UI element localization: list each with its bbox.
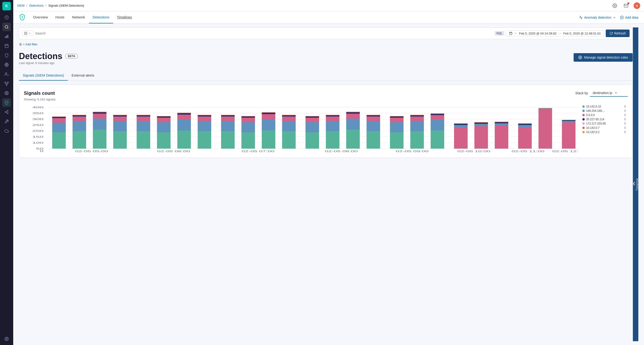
legend-color-dot [582, 131, 585, 133]
sidebar: K [0, 0, 13, 345]
chart-header: Signals count Stack by destination.ip [24, 90, 628, 97]
sidebar-icon-network[interactable] [2, 80, 11, 88]
sidebar-icon-cloud[interactable] [2, 127, 11, 135]
svg-rect-137 [390, 132, 404, 149]
breadcrumb-siem[interactable]: SIEM [17, 4, 24, 7]
tab-network[interactable]: Network [68, 11, 89, 24]
anomaly-detection-button[interactable]: Anomaly detection [579, 16, 616, 20]
mail-icon[interactable] [622, 2, 630, 10]
svg-rect-163 [495, 122, 508, 122]
svg-point-25 [7, 113, 8, 114]
svg-rect-96 [198, 115, 211, 115]
legend-item: 0.0.0.0 0 [582, 114, 626, 117]
settings-icon[interactable] [611, 2, 618, 10]
svg-rect-4 [6, 36, 7, 38]
tab-external-alerts[interactable]: External alerts [68, 70, 98, 80]
breadcrumb-detections[interactable]: Detections [29, 4, 44, 7]
svg-rect-156 [474, 126, 488, 149]
detections-title-text: Detections [19, 51, 62, 61]
svg-rect-135 [367, 115, 380, 116]
svg-rect-154 [454, 124, 468, 125]
filter-type-selector[interactable] [22, 30, 33, 36]
chart-visualization: 400 350 300 250 200 150 100 50 0 [24, 105, 578, 153]
sidebar-icon-calendar[interactable] [2, 42, 11, 50]
legend-item: 35.227.65.114 0 [582, 118, 626, 121]
svg-rect-148 [431, 120, 444, 130]
add-filter-link[interactable]: + Add filter [23, 42, 38, 46]
svg-rect-105 [242, 116, 255, 118]
legend-count: 0 [624, 114, 626, 117]
svg-rect-97 [221, 131, 234, 149]
kql-badge[interactable]: KQL [495, 31, 504, 36]
sidebar-icon-clock[interactable] [2, 13, 11, 22]
nav-tabs-area: Overview Hosts Network Detections Timeli… [13, 11, 644, 24]
manage-rules-button[interactable]: Manage signal detection rules [574, 53, 633, 62]
sidebar-icon-users[interactable] [2, 70, 11, 78]
svg-rect-63 [72, 121, 86, 131]
svg-text:200: 200 [32, 130, 44, 132]
svg-rect-94 [198, 116, 211, 121]
date-range-picker[interactable]: Feb 5, 2020 @ 04:14:39.82 → Feb 5, 2020 … [506, 30, 604, 36]
svg-rect-95 [198, 115, 211, 116]
tab-hosts[interactable]: Hosts [52, 11, 68, 24]
topbar-actions: e [611, 2, 640, 10]
svg-rect-161 [495, 123, 508, 126]
svg-point-30 [22, 16, 23, 18]
svg-rect-133 [367, 121, 380, 131]
svg-rect-3 [5, 36, 6, 38]
svg-rect-67 [93, 130, 106, 149]
legend-label: 10.142.0.2 [586, 130, 600, 134]
svg-rect-168 [538, 108, 552, 149]
svg-rect-57 [52, 132, 66, 149]
svg-text:02-05 05:00: 02-05 05:00 [75, 150, 108, 152]
date-to: Feb 5, 2020 @ 12:48:01.61 [563, 32, 600, 35]
svg-point-22 [6, 93, 7, 94]
svg-rect-143 [410, 121, 424, 131]
sidebar-icon-bar-chart[interactable] [2, 32, 11, 41]
svg-rect-172 [562, 120, 576, 121]
legend-item: 10.142.0.2 0 [582, 130, 626, 134]
sidebar-icon-git[interactable] [2, 108, 11, 116]
svg-rect-111 [262, 112, 275, 113]
add-data-button[interactable]: Add data [620, 16, 638, 20]
svg-text:350: 350 [32, 112, 44, 115]
timeline-panel[interactable]: ❮ Timeline [633, 28, 638, 341]
sidebar-icon-search[interactable] [2, 23, 11, 31]
sidebar-icon-siem[interactable] [2, 98, 11, 107]
sidebar-icon-globe[interactable] [2, 60, 11, 69]
tab-signals[interactable]: Signals (SIEM Detections) [19, 70, 68, 80]
svg-rect-100 [221, 115, 234, 116]
svg-rect-68 [93, 118, 106, 130]
refresh-button[interactable]: Refresh [606, 30, 630, 37]
svg-rect-138 [390, 122, 404, 132]
svg-rect-86 [157, 116, 170, 116]
svg-rect-146 [410, 115, 424, 115]
svg-rect-85 [157, 116, 170, 118]
svg-rect-132 [367, 131, 380, 149]
tab-overview[interactable]: Overview [29, 11, 52, 24]
sidebar-icon-settings[interactable] [2, 334, 11, 343]
stack-by-selector[interactable]: destination.ip [590, 90, 628, 97]
sidebar-icon-wrench[interactable] [2, 117, 11, 126]
svg-rect-128 [346, 118, 360, 130]
tab-detections[interactable]: Detections [89, 11, 113, 24]
detections-header: Detections BETA Last signal: 6 minutes a… [19, 51, 633, 70]
legend-label: 10.142.0.7 [586, 126, 600, 130]
sidebar-icon-shield[interactable] [2, 51, 11, 60]
legend-count: 0 [624, 105, 626, 108]
search-input[interactable] [35, 32, 493, 35]
svg-rect-107 [262, 130, 275, 149]
app-logo[interactable]: K [2, 2, 11, 10]
chart-area: 400 350 300 250 200 150 100 50 0 [24, 105, 628, 153]
legend-color-dot [582, 110, 585, 112]
tab-timelines[interactable]: Timelines [113, 11, 136, 24]
svg-rect-66 [72, 115, 86, 115]
svg-text:02-05 09:00: 02-05 09:00 [396, 150, 428, 152]
svg-text:02-05 10:00: 02-05 10:00 [457, 150, 490, 152]
svg-rect-142 [410, 131, 424, 149]
sidebar-icon-target[interactable] [2, 89, 11, 97]
svg-rect-127 [346, 130, 360, 149]
content-main: KQL Feb 5, 2020 @ 04:14:39.82 → Feb 5, 2… [19, 28, 633, 341]
user-avatar[interactable]: e [634, 2, 640, 9]
legend-label: 172.217.203.95 [586, 122, 606, 125]
